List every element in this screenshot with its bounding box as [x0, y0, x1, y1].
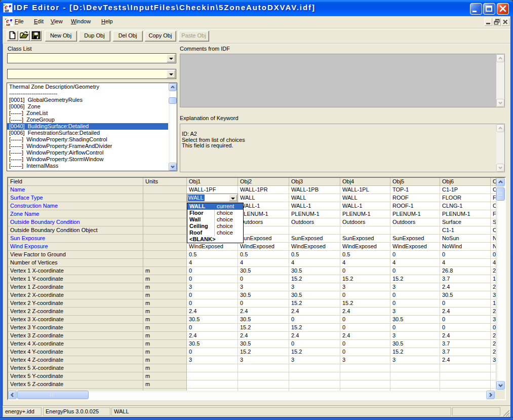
- svg-text:Idf: Idf: [6, 23, 10, 26]
- svg-text:Idf: Idf: [5, 9, 10, 13]
